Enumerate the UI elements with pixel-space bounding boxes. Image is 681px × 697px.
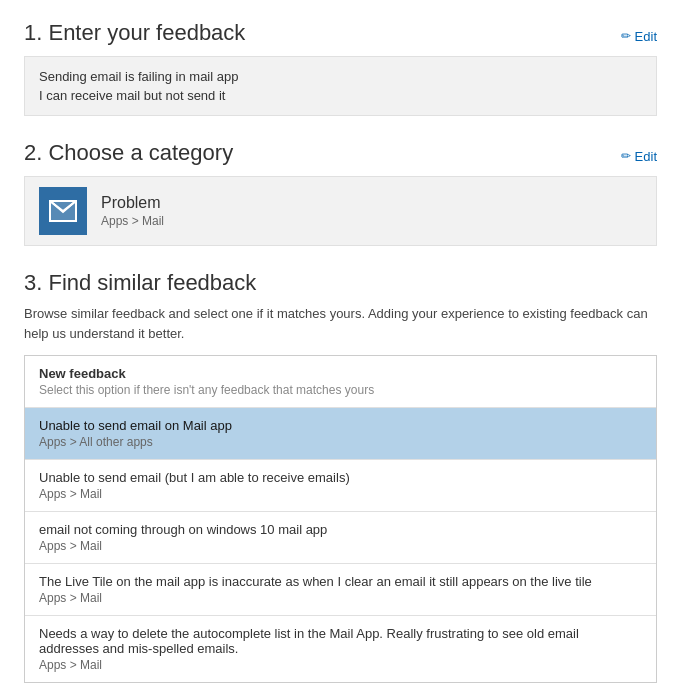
section2-header: 2. Choose a category ✏ Edit [24, 140, 657, 166]
feedback-item-title: Needs a way to delete the autocomplete l… [39, 626, 642, 656]
feedback-line-2: I can receive mail but not send it [39, 86, 642, 105]
section1-header: 1. Enter your feedback ✏ Edit [24, 20, 657, 46]
section1-edit-label: Edit [635, 29, 657, 44]
section3-header: 3. Find similar feedback [24, 270, 657, 296]
feedback-item[interactable]: Unable to send email on Mail appApps > A… [25, 408, 656, 460]
section2-edit-label: Edit [635, 149, 657, 164]
category-text: Problem Apps > Mail [101, 194, 164, 228]
feedback-item-subtitle: Apps > Mail [39, 658, 642, 672]
section2-category-box: Problem Apps > Mail [24, 176, 657, 246]
feedback-item[interactable]: Unable to send email (but I am able to r… [25, 460, 656, 512]
edit1-icon: ✏ [621, 29, 631, 43]
section1-edit-link[interactable]: ✏ Edit [621, 29, 657, 44]
feedback-item-title: Unable to send email on Mail app [39, 418, 642, 433]
feedback-item[interactable]: email not coming through on windows 10 m… [25, 512, 656, 564]
category-icon [39, 187, 87, 235]
category-name: Problem [101, 194, 164, 212]
feedback-item-title: Unable to send email (but I am able to r… [39, 470, 642, 485]
mail-icon [49, 200, 77, 222]
feedback-item[interactable]: The Live Tile on the mail app is inaccur… [25, 564, 656, 616]
category-path: Apps > Mail [101, 214, 164, 228]
feedback-item-subtitle: Select this option if there isn't any fe… [39, 383, 642, 397]
feedback-list: New feedbackSelect this option if there … [24, 355, 657, 683]
section2-edit-link[interactable]: ✏ Edit [621, 149, 657, 164]
feedback-item[interactable]: New feedbackSelect this option if there … [25, 356, 656, 408]
feedback-item-subtitle: Apps > Mail [39, 487, 642, 501]
section3-description: Browse similar feedback and select one i… [24, 304, 657, 343]
section2-title: 2. Choose a category [24, 140, 233, 166]
feedback-item-title: New feedback [39, 366, 642, 381]
feedback-item-title: The Live Tile on the mail app is inaccur… [39, 574, 642, 589]
section1-title: 1. Enter your feedback [24, 20, 245, 46]
feedback-line-1: Sending email is failing in mail app [39, 67, 642, 86]
section3-title: 3. Find similar feedback [24, 270, 256, 296]
feedback-item[interactable]: Needs a way to delete the autocomplete l… [25, 616, 656, 682]
feedback-item-title: email not coming through on windows 10 m… [39, 522, 642, 537]
feedback-item-subtitle: Apps > All other apps [39, 435, 642, 449]
section1-feedback-box: Sending email is failing in mail app I c… [24, 56, 657, 116]
feedback-item-subtitle: Apps > Mail [39, 591, 642, 605]
feedback-item-subtitle: Apps > Mail [39, 539, 642, 553]
edit2-icon: ✏ [621, 149, 631, 163]
